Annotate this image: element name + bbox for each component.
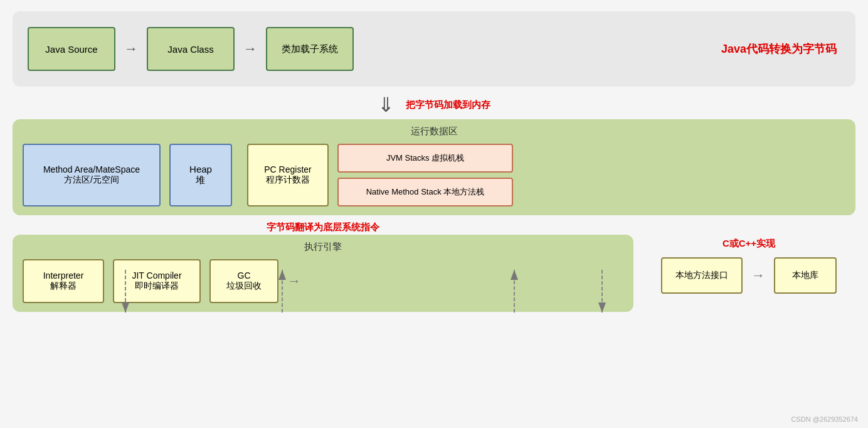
middle-section: 运行数据区 Method Area/MateSpace 方法区/元空间 Heap… — [13, 119, 855, 215]
exec-engine-title: 执行引擎 — [23, 241, 623, 253]
arrow2: → — [243, 41, 257, 57]
jvm-stacks-box: JVM Stacks 虚拟机栈 — [337, 144, 513, 173]
bytecode-translate-label: 字节码翻译为底层系统指令 — [13, 222, 633, 233]
native-lib-label: 本地库 — [792, 270, 818, 281]
top-section-label: Java代码转换为字节码 — [721, 41, 837, 56]
method-area-label: Method Area/MateSpace 方法区/元空间 — [43, 164, 140, 186]
exec-section-wrapper: 字节码翻译为底层系统指令 执行引擎 Interpreter 解释器 JIT Co… — [13, 222, 633, 312]
middle-inner: Method Area/MateSpace 方法区/元空间 Heap 堆 PC … — [23, 144, 845, 206]
gc-label: GC 垃圾回收 — [226, 270, 262, 292]
native-stack-box: Native Method Stack 本地方法栈 — [337, 178, 513, 206]
native-arrow: → — [751, 267, 765, 284]
interpreter-label: Interpreter 解释器 — [43, 270, 84, 292]
main-diagram: Java Source → Java Class → 类加载子系统 Java代码… — [0, 0, 868, 428]
watermark: CSDN @2629352674 — [791, 415, 858, 423]
load-to-memory-label: 把字节码加载到内存 — [406, 99, 490, 111]
native-lib-box: 本地库 — [774, 257, 837, 294]
top-flow: Java Source → Java Class → 类加载子系统 — [28, 27, 354, 71]
exec-section: 执行引擎 Interpreter 解释器 JIT Compiler 即时编译器 … — [13, 235, 633, 312]
arrow1: → — [124, 41, 138, 57]
jit-label: JIT Compiler 即时编译器 — [132, 270, 181, 292]
java-source-label: Java Source — [45, 44, 97, 55]
stacks-group: JVM Stacks 虚拟机栈 Native Method Stack 本地方法… — [337, 144, 513, 206]
jvm-stacks-label: JVM Stacks 虚拟机栈 — [386, 152, 464, 164]
method-area-box: Method Area/MateSpace 方法区/元空间 — [23, 144, 161, 206]
gc-box: GC 垃圾回收 — [209, 259, 278, 303]
java-class-box: Java Class — [147, 27, 235, 71]
pc-register-label: PC Register 程序计数器 — [264, 164, 311, 186]
jit-box: JIT Compiler 即时编译器 — [113, 259, 201, 303]
java-source-box: Java Source — [28, 27, 115, 71]
native-stack-label: Native Method Stack 本地方法栈 — [366, 186, 485, 198]
classloader-label: 类加载子系统 — [282, 43, 338, 55]
gc-arrow: → — [287, 259, 301, 303]
arrow-down-between: ⇓ — [378, 95, 394, 115]
native-interface-label: 本地方法接口 — [675, 270, 728, 281]
heap-label: Heap 堆 — [189, 164, 212, 186]
native-interface-box: 本地方法接口 — [661, 257, 743, 294]
pc-register-box: PC Register 程序计数器 — [247, 144, 329, 206]
right-group: PC Register 程序计数器 JVM Stacks 虚拟机栈 Native… — [247, 144, 513, 206]
classloader-box: 类加载子系统 — [266, 27, 354, 71]
cpp-label: C或C++实现 — [722, 238, 775, 250]
exec-inner: Interpreter 解释器 JIT Compiler 即时编译器 GC 垃圾… — [23, 259, 623, 303]
java-class-label: Java Class — [167, 44, 213, 55]
interpreter-box: Interpreter 解释器 — [23, 259, 104, 303]
runtime-area-title: 运行数据区 — [23, 126, 845, 137]
top-section: Java Source → Java Class → 类加载子系统 Java代码… — [13, 11, 855, 87]
heap-box: Heap 堆 — [169, 144, 232, 206]
native-inner: 本地方法接口 → 本地库 — [661, 257, 837, 294]
native-section: C或C++实现 本地方法接口 → 本地库 — [642, 222, 855, 294]
bottom-row: 字节码翻译为底层系统指令 执行引擎 Interpreter 解释器 JIT Co… — [13, 222, 855, 312]
